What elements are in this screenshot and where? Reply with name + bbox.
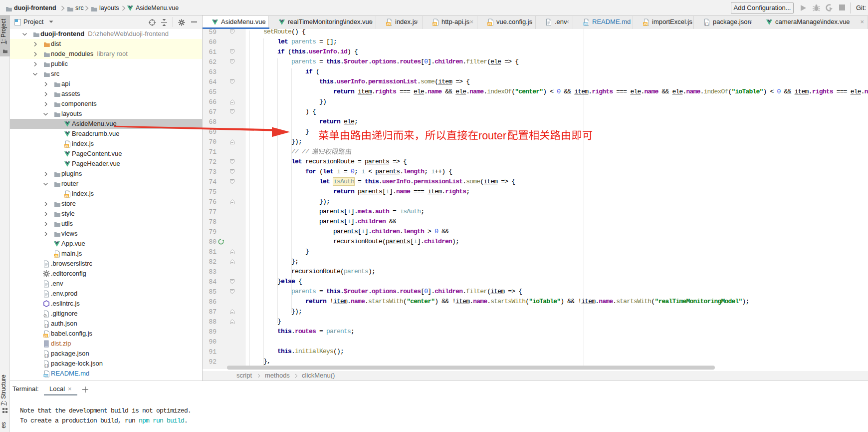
svg-text:MD: MD bbox=[44, 374, 48, 377]
svg-text:JS: JS bbox=[65, 144, 68, 147]
svg-text:JS: JS bbox=[44, 334, 47, 337]
svg-text:{}: {} bbox=[44, 353, 49, 358]
svg-text:router: router bbox=[478, 130, 506, 142]
svg-text:JS: JS bbox=[65, 194, 68, 197]
svg-text:{}: {} bbox=[44, 323, 49, 328]
svg-text:JS: JS bbox=[54, 254, 58, 257]
svg-text:{}: {} bbox=[44, 363, 49, 368]
